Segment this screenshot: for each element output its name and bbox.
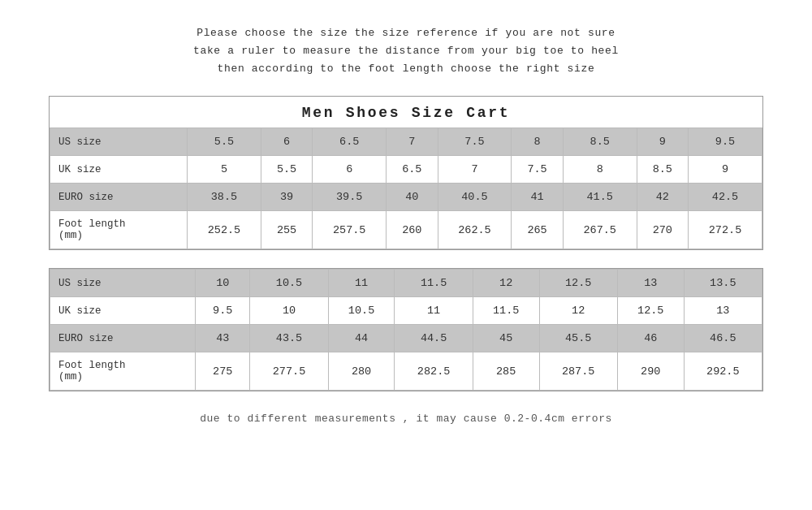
cell-value: 290 xyxy=(617,352,684,391)
table-row: EURO size4343.54444.54545.54646.5 xyxy=(50,325,762,352)
table1-title: Men Shoes Size Cart xyxy=(50,97,762,128)
cell-value: 10 xyxy=(196,270,250,297)
cell-value: 9 xyxy=(689,156,762,184)
table-row: UK size55.566.577.588.59 xyxy=(50,156,762,184)
cell-value: 38.5 xyxy=(188,184,261,211)
table-row: EURO size38.53939.54040.54141.54242.5 xyxy=(50,184,762,211)
cell-value: 13 xyxy=(617,270,684,297)
cell-value: 7 xyxy=(438,156,512,184)
cell-value: 39 xyxy=(261,184,312,211)
cell-value: 260 xyxy=(387,211,438,249)
instruction-line1: Please choose the size the size referenc… xyxy=(193,24,619,42)
row-label: UK size xyxy=(50,297,196,325)
cell-value: 13.5 xyxy=(684,270,762,297)
cell-value: 11.5 xyxy=(395,270,473,297)
table2: US size1010.51111.51212.51313.5UK size9.… xyxy=(50,269,762,391)
cell-value: 257.5 xyxy=(313,211,387,249)
cell-value: 265 xyxy=(512,211,563,249)
cell-value: 9 xyxy=(637,128,688,156)
cell-value: 11.5 xyxy=(473,297,539,325)
cell-value: 7.5 xyxy=(512,156,563,184)
table1: US size5.566.577.588.599.5UK size55.566.… xyxy=(50,128,762,249)
cell-value: 267.5 xyxy=(563,211,637,249)
cell-value: 277.5 xyxy=(250,352,328,391)
row-label: UK size xyxy=(50,156,188,184)
cell-value: 11 xyxy=(395,297,473,325)
table2-wrapper: US size1010.51111.51212.51313.5UK size9.… xyxy=(49,268,763,391)
cell-value: 8.5 xyxy=(563,128,637,156)
cell-value: 12 xyxy=(539,297,617,325)
instruction-line3: then according to the foot length choose… xyxy=(193,60,619,78)
instruction-block: Please choose the size the size referenc… xyxy=(193,24,619,78)
cell-value: 9.5 xyxy=(689,128,762,156)
cell-value: 5.5 xyxy=(261,156,312,184)
row-label: US size xyxy=(50,128,188,156)
row-label: EURO size xyxy=(50,184,188,211)
cell-value: 282.5 xyxy=(395,352,473,391)
cell-value: 292.5 xyxy=(684,352,762,391)
cell-value: 10.5 xyxy=(328,297,395,325)
cell-value: 8 xyxy=(563,156,637,184)
cell-value: 262.5 xyxy=(438,211,512,249)
cell-value: 41.5 xyxy=(563,184,637,211)
cell-value: 10 xyxy=(250,297,328,325)
cell-value: 46.5 xyxy=(684,325,762,352)
cell-value: 285 xyxy=(473,352,539,391)
row-label: US size xyxy=(50,270,196,297)
cell-value: 12 xyxy=(473,270,539,297)
cell-value: 43.5 xyxy=(250,325,328,352)
cell-value: 280 xyxy=(328,352,395,391)
cell-value: 44 xyxy=(328,325,395,352)
cell-value: 39.5 xyxy=(313,184,387,211)
cell-value: 275 xyxy=(196,352,250,391)
cell-value: 252.5 xyxy=(188,211,261,249)
cell-value: 12.5 xyxy=(539,270,617,297)
table-row: Foot length (mm)252.5255257.5260262.5265… xyxy=(50,211,762,249)
cell-value: 10.5 xyxy=(250,270,328,297)
cell-value: 6 xyxy=(261,128,312,156)
cell-value: 287.5 xyxy=(539,352,617,391)
table-row: US size5.566.577.588.599.5 xyxy=(50,128,762,156)
cell-value: 12.5 xyxy=(617,297,684,325)
cell-value: 6 xyxy=(313,156,387,184)
cell-value: 7 xyxy=(387,128,438,156)
cell-value: 270 xyxy=(637,211,688,249)
cell-value: 13 xyxy=(684,297,762,325)
cell-value: 9.5 xyxy=(196,297,250,325)
table-row: US size1010.51111.51212.51313.5 xyxy=(50,270,762,297)
cell-value: 45 xyxy=(473,325,539,352)
cell-value: 8 xyxy=(512,128,563,156)
cell-value: 43 xyxy=(196,325,250,352)
row-label: Foot length (mm) xyxy=(50,352,196,391)
cell-value: 6.5 xyxy=(313,128,387,156)
cell-value: 46 xyxy=(617,325,684,352)
cell-value: 40.5 xyxy=(438,184,512,211)
cell-value: 44.5 xyxy=(395,325,473,352)
cell-value: 272.5 xyxy=(689,211,762,249)
footer-text: due to different measurements , it may c… xyxy=(200,413,612,425)
cell-value: 11 xyxy=(328,270,395,297)
row-label: Foot length (mm) xyxy=(50,211,188,249)
cell-value: 42.5 xyxy=(689,184,762,211)
cell-value: 5 xyxy=(188,156,261,184)
table1-wrapper: Men Shoes Size Cart US size5.566.577.588… xyxy=(49,96,763,250)
cell-value: 6.5 xyxy=(387,156,438,184)
cell-value: 7.5 xyxy=(438,128,512,156)
cell-value: 8.5 xyxy=(637,156,688,184)
cell-value: 42 xyxy=(637,184,688,211)
cell-value: 5.5 xyxy=(188,128,261,156)
cell-value: 41 xyxy=(512,184,563,211)
cell-value: 40 xyxy=(387,184,438,211)
table-row: UK size9.51010.51111.51212.513 xyxy=(50,297,762,325)
cell-value: 255 xyxy=(261,211,312,249)
table-row: Foot length (mm)275277.5280282.5285287.5… xyxy=(50,352,762,391)
row-label: EURO size xyxy=(50,325,196,352)
cell-value: 45.5 xyxy=(539,325,617,352)
instruction-line2: take a ruler to measure the distance fro… xyxy=(193,42,619,60)
